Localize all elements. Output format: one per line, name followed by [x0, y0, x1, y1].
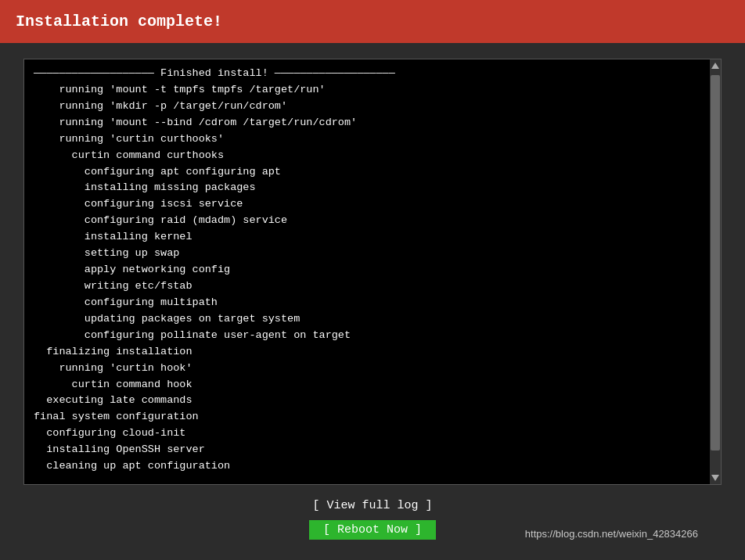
- header-bar: Installation complete!: [0, 0, 745, 43]
- terminal-text: ——————————————————— Finished install! ——…: [24, 59, 710, 484]
- main-content: ——————————————————— Finished install! ——…: [0, 43, 745, 547]
- view-log-button[interactable]: [ View full log ]: [298, 496, 446, 515]
- scrollbar-arrow-up[interactable]: [711, 63, 719, 69]
- header-title: Installation complete!: [16, 13, 222, 31]
- terminal-box: ——————————————————— Finished install! ——…: [23, 59, 722, 485]
- bottom-buttons: [ View full log ] [ Reboot Now ] https:/…: [23, 496, 722, 540]
- scrollbar-thumb[interactable]: [711, 75, 720, 451]
- scrollbar[interactable]: [710, 59, 721, 484]
- watermark-text: https://blog.csdn.net/weixin_42834266: [525, 528, 698, 540]
- scrollbar-arrow-down[interactable]: [711, 475, 719, 481]
- reboot-button[interactable]: [ Reboot Now ]: [309, 520, 436, 540]
